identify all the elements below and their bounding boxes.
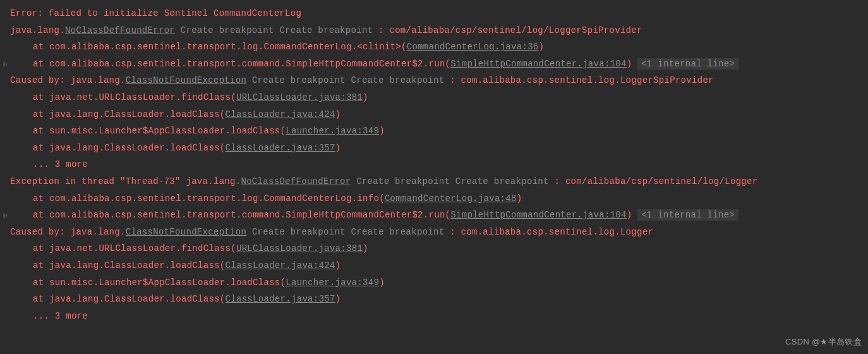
console-line: at sun.misc.Launcher$AppClassLoader.load… <box>0 274 868 291</box>
source-file-link[interactable]: ClassLoader.java:424 <box>226 109 335 119</box>
source-file-link[interactable]: ClassLoader.java:424 <box>226 260 335 271</box>
console-text <box>346 75 351 85</box>
console-text: Exception in thread "Thread-73" java.lan… <box>10 176 241 186</box>
console-text: ) <box>627 59 637 69</box>
console-text: at sun.misc.Launcher$AppClassLoader.load… <box>33 278 286 288</box>
console-text: at java.net.URLClassLoader.findClass( <box>33 92 236 102</box>
console-text: at java.lang.ClassLoader.loadClass( <box>33 294 226 304</box>
console-text: ) <box>335 260 341 271</box>
console-line: at java.lang.ClassLoader.loadClass(Class… <box>0 291 868 308</box>
expand-icon[interactable]: ⊞ <box>0 210 10 222</box>
console-text <box>175 25 181 35</box>
console-text: at com.alibaba.csp.sentinel.transport.lo… <box>33 42 407 52</box>
create-breakpoint-link[interactable]: Create breakpoint <box>356 176 450 186</box>
expand-icon[interactable]: ⊞ <box>0 59 10 71</box>
console-text: at com.alibaba.csp.sentinel.transport.lo… <box>33 193 385 204</box>
source-file-link[interactable]: SimpleHttpCommandCenter.java:104 <box>450 210 626 220</box>
console-text: ) <box>517 193 522 204</box>
source-file-link[interactable]: SimpleHttpCommandCenter.java:104 <box>450 59 626 69</box>
console-text: ) <box>379 126 385 136</box>
console-text <box>346 227 351 237</box>
exception-class-link[interactable]: ClassNotFoundException <box>126 227 246 237</box>
console-text <box>246 75 252 85</box>
console-text: : com.alibaba.csp.sentinel.log.Logger <box>444 227 653 237</box>
console-line: Exception in thread "Thread-73" java.lan… <box>0 173 868 190</box>
internal-line-toggle[interactable]: <1 internal line> <box>637 209 738 221</box>
create-breakpoint-link[interactable]: Create breakpoint <box>252 227 346 237</box>
source-file-link[interactable]: CommandCenterLog.java:48 <box>385 193 517 204</box>
console-line: ⊞at com.alibaba.csp.sentinel.transport.c… <box>0 56 868 73</box>
console-text <box>246 227 252 237</box>
console-text: Error: failed to initialize Sentinel Com… <box>10 8 301 18</box>
console-text: ... 3 more <box>33 159 88 169</box>
console-line: at java.lang.ClassLoader.loadClass(Class… <box>0 140 868 157</box>
console-line: ⊞at com.alibaba.csp.sentinel.transport.c… <box>0 207 868 224</box>
console-text: ) <box>627 210 637 220</box>
console-line: ... 3 more <box>0 308 868 325</box>
source-file-link[interactable]: URLClassLoader.java:381 <box>236 243 363 253</box>
console-text: java.lang. <box>10 25 65 35</box>
console-text: at com.alibaba.csp.sentinel.transport.co… <box>33 210 450 220</box>
console-line: at java.lang.ClassLoader.loadClass(Class… <box>0 106 868 123</box>
create-breakpoint-link[interactable]: Create breakpoint <box>351 227 445 237</box>
console-line: at com.alibaba.csp.sentinel.transport.lo… <box>0 39 868 56</box>
console-text: ) <box>335 143 341 153</box>
source-file-link[interactable]: Launcher.java:349 <box>286 126 379 136</box>
exception-class-link[interactable]: ClassNotFoundException <box>126 75 246 85</box>
console-text: Caused by: java.lang. <box>10 75 126 85</box>
console-output: Error: failed to initialize Sentinel Com… <box>0 5 868 324</box>
console-text: at java.lang.ClassLoader.loadClass( <box>33 260 226 271</box>
source-file-link[interactable]: CommandCenterLog.java:36 <box>407 42 539 52</box>
console-line: at java.net.URLClassLoader.findClass(URL… <box>0 240 868 257</box>
source-file-link[interactable]: URLClassLoader.java:381 <box>236 92 363 102</box>
console-text: at java.lang.ClassLoader.loadClass( <box>33 109 226 119</box>
create-breakpoint-link[interactable]: Create breakpoint <box>252 75 346 85</box>
console-line: ... 3 more <box>0 156 868 173</box>
source-file-link[interactable]: Launcher.java:349 <box>286 278 379 288</box>
console-text: at sun.misc.Launcher$AppClassLoader.load… <box>33 126 286 136</box>
console-line: at sun.misc.Launcher$AppClassLoader.load… <box>0 123 868 140</box>
console-text: ) <box>363 243 368 253</box>
console-line: at com.alibaba.csp.sentinel.transport.lo… <box>0 190 868 207</box>
create-breakpoint-link[interactable]: Create breakpoint <box>279 25 373 35</box>
watermark: CSDN @★半岛铁盒 <box>785 334 862 350</box>
console-text: : com/alibaba/csp/sentinel/log/LoggerSpi… <box>373 25 642 35</box>
console-text: at java.lang.ClassLoader.loadClass( <box>33 143 226 153</box>
console-text: : com.alibaba.csp.sentinel.log.LoggerSpi… <box>444 75 713 85</box>
create-breakpoint-link[interactable]: Create breakpoint <box>455 176 549 186</box>
console-line: Error: failed to initialize Sentinel Com… <box>0 5 868 22</box>
console-text: at com.alibaba.csp.sentinel.transport.co… <box>33 59 450 69</box>
console-text <box>351 176 357 186</box>
console-text: ) <box>539 42 545 52</box>
console-text: : com/alibaba/csp/sentinel/log/Logger <box>549 176 758 186</box>
console-line: Caused by: java.lang.ClassNotFoundExcept… <box>0 72 868 89</box>
console-line: at java.net.URLClassLoader.findClass(URL… <box>0 89 868 106</box>
console-text: ... 3 more <box>33 311 88 321</box>
exception-class-link[interactable]: NoClassDefFoundError <box>241 176 351 186</box>
create-breakpoint-link[interactable]: Create breakpoint <box>181 25 274 35</box>
console-text: at java.net.URLClassLoader.findClass( <box>33 243 236 253</box>
console-line: Caused by: java.lang.ClassNotFoundExcept… <box>0 224 868 241</box>
console-text: ) <box>363 92 368 102</box>
create-breakpoint-link[interactable]: Create breakpoint <box>351 75 445 85</box>
source-file-link[interactable]: ClassLoader.java:357 <box>226 294 335 304</box>
console-text <box>450 176 455 186</box>
console-line: at java.lang.ClassLoader.loadClass(Class… <box>0 257 868 274</box>
console-line: java.lang.NoClassDefFoundError Create br… <box>0 22 868 39</box>
console-text: Caused by: java.lang. <box>10 227 126 237</box>
console-text: ) <box>379 278 385 288</box>
source-file-link[interactable]: ClassLoader.java:357 <box>226 143 335 153</box>
console-text: ) <box>335 294 341 304</box>
internal-line-toggle[interactable]: <1 internal line> <box>637 58 738 70</box>
console-text: ) <box>335 109 341 119</box>
exception-class-link[interactable]: NoClassDefFoundError <box>65 25 175 35</box>
